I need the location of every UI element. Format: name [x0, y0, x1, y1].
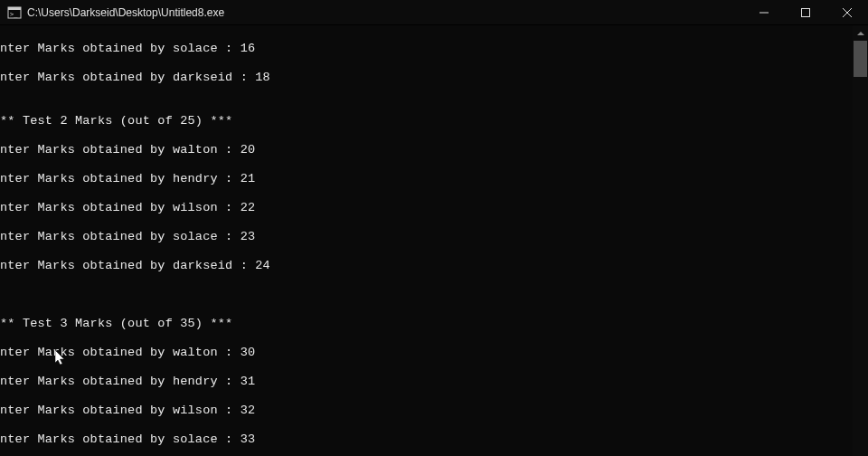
maximize-button[interactable] [785, 0, 826, 25]
output-line: ** Test 2 Marks (out of 25) *** [0, 114, 868, 128]
titlebar-left: >_ C:\Users\Darkseid\Desktop\Untitled8.e… [0, 5, 224, 20]
output-line: nter Marks obtained by solace : 33 [0, 432, 868, 447]
scrollbar-vertical[interactable] [853, 25, 868, 456]
svg-rect-1 [8, 7, 21, 10]
close-button[interactable] [826, 0, 868, 25]
window-titlebar: >_ C:\Users\Darkseid\Desktop\Untitled8.e… [0, 0, 868, 25]
output-line: ** Test 3 Marks (out of 35) *** [0, 317, 868, 331]
output-line: nter Marks obtained by hendry : 31 [0, 375, 868, 389]
svg-rect-4 [802, 9, 810, 17]
terminal-output[interactable]: nter Marks obtained by solace : 16 nter … [0, 25, 868, 456]
output-line: nter Marks obtained by wilson : 22 [0, 201, 868, 215]
output-line: nter Marks obtained by solace : 16 [0, 42, 868, 56]
svg-text:>_: >_ [10, 11, 18, 18]
output-line: nter Marks obtained by walton : 30 [0, 346, 868, 360]
console-app-icon: >_ [7, 5, 22, 20]
output-line: nter Marks obtained by solace : 23 [0, 230, 868, 244]
output-line: nter Marks obtained by wilson : 32 [0, 404, 868, 418]
svg-marker-7 [857, 32, 864, 35]
scroll-thumb[interactable] [854, 41, 867, 77]
window-controls [743, 0, 868, 24]
scroll-up-arrow-icon[interactable] [853, 25, 868, 41]
output-line: nter Marks obtained by walton : 20 [0, 143, 868, 157]
minimize-button[interactable] [743, 0, 785, 25]
output-line: nter Marks obtained by darkseid : 24 [0, 259, 868, 273]
output-line: nter Marks obtained by hendry : 21 [0, 172, 868, 186]
window-title: C:\Users\Darkseid\Desktop\Untitled8.exe [27, 6, 224, 19]
output-line: nter Marks obtained by darkseid : 18 [0, 71, 868, 85]
